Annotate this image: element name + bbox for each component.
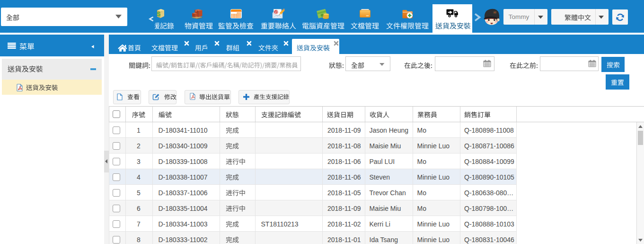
svg-text:S: S <box>157 11 160 18</box>
svg-text:@: @ <box>275 9 279 14</box>
